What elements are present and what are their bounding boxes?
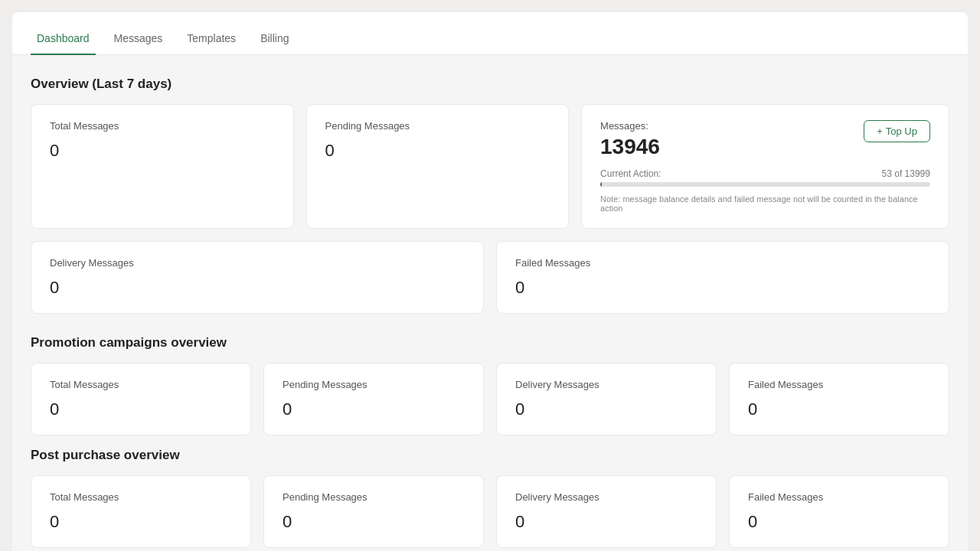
pp-delivery-card: Delivery Messages 0 xyxy=(496,475,717,548)
pp-pending-value: 0 xyxy=(283,512,465,532)
promo-pending-card: Pending Messages 0 xyxy=(263,363,484,435)
balance-value: 13946 xyxy=(600,135,660,159)
promo-pending-label: Pending Messages xyxy=(283,379,465,390)
pp-total-card: Total Messages 0 xyxy=(31,475,251,548)
promo-failed-value: 0 xyxy=(748,399,930,419)
progress-bar-background xyxy=(600,182,930,187)
overview-section-title: Overview (Last 7 days) xyxy=(31,77,949,92)
overview-pending-messages-value: 0 xyxy=(325,141,550,161)
promo-failed-label: Failed Messages xyxy=(748,379,930,390)
promo-total-value: 0 xyxy=(50,399,232,419)
progress-bar-fill xyxy=(600,182,602,187)
promo-total-card: Total Messages 0 xyxy=(31,363,251,435)
pp-pending-card: Pending Messages 0 xyxy=(263,475,484,548)
pp-failed-value: 0 xyxy=(748,512,930,532)
overview-delivery-messages-label: Delivery Messages xyxy=(50,257,465,269)
balance-label: Messages: xyxy=(600,120,660,132)
balance-note: Note: message balance details and failed… xyxy=(600,194,930,213)
overview-pending-messages-label: Pending Messages xyxy=(325,120,550,132)
promo-delivery-label: Delivery Messages xyxy=(515,379,697,390)
balance-card: Messages: 13946 + Top Up Current Action:… xyxy=(581,104,949,229)
overview-delivery-messages-value: 0 xyxy=(50,278,465,298)
current-action-value: 53 of 13999 xyxy=(882,168,930,179)
overview-failed-messages-value: 0 xyxy=(515,278,930,298)
overview-total-messages-label: Total Messages xyxy=(50,120,275,132)
tab-templates[interactable]: Templates xyxy=(181,32,242,55)
current-action-label: Current Action: xyxy=(600,168,661,179)
overview-total-messages-value: 0 xyxy=(50,141,275,161)
top-up-button[interactable]: + Top Up xyxy=(864,120,930,142)
promo-total-label: Total Messages xyxy=(50,379,232,390)
pp-failed-label: Failed Messages xyxy=(748,491,930,503)
promotion-section-title: Promotion campaigns overview xyxy=(31,335,949,350)
overview-total-messages-card: Total Messages 0 xyxy=(31,104,294,229)
tab-billing[interactable]: Billing xyxy=(254,32,295,55)
top-up-plus-icon: + xyxy=(877,126,883,137)
overview-failed-messages-label: Failed Messages xyxy=(515,257,930,269)
pp-total-label: Total Messages xyxy=(50,491,232,503)
overview-pending-messages-card: Pending Messages 0 xyxy=(306,104,570,229)
tab-messages[interactable]: Messages xyxy=(108,32,169,55)
promo-delivery-value: 0 xyxy=(515,399,697,419)
top-up-label: Top Up xyxy=(886,126,917,137)
promotion-grid: Total Messages 0 Pending Messages 0 Deli… xyxy=(31,363,949,435)
promo-failed-card: Failed Messages 0 xyxy=(729,363,949,435)
main-content: Overview (Last 7 days) Total Messages 0 … xyxy=(12,55,968,551)
pp-failed-card: Failed Messages 0 xyxy=(729,475,949,548)
post-purchase-section-title: Post purchase overview xyxy=(31,448,949,463)
overview-top-row: Total Messages 0 Pending Messages 0 Mess… xyxy=(31,104,949,229)
tab-dashboard[interactable]: Dashboard xyxy=(31,32,96,55)
pp-pending-label: Pending Messages xyxy=(283,491,465,503)
overview-delivery-messages-card: Delivery Messages 0 xyxy=(31,241,484,314)
pp-total-value: 0 xyxy=(50,512,232,532)
overview-failed-messages-card: Failed Messages 0 xyxy=(496,241,949,314)
post-purchase-grid: Total Messages 0 Pending Messages 0 Deli… xyxy=(31,475,949,548)
pp-delivery-value: 0 xyxy=(515,512,697,532)
promo-pending-value: 0 xyxy=(283,399,465,419)
navigation: Dashboard Messages Templates Billing xyxy=(12,12,968,55)
pp-delivery-label: Delivery Messages xyxy=(515,491,697,503)
overview-bottom-row: Delivery Messages 0 Failed Messages 0 xyxy=(31,241,949,314)
promo-delivery-card: Delivery Messages 0 xyxy=(496,363,717,435)
